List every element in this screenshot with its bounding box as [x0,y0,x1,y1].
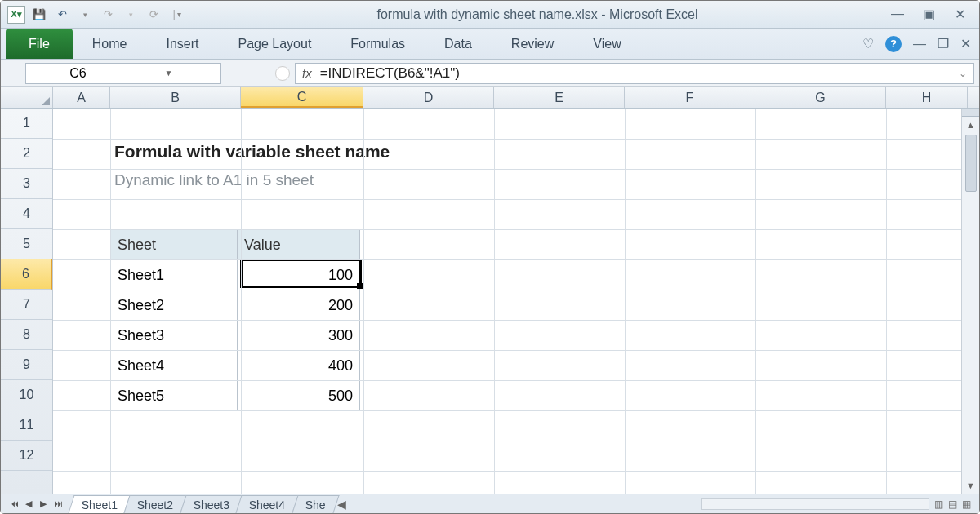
name-box-value: C6 [33,66,123,81]
fx-icon[interactable]: fx [302,66,312,80]
table-header-sheet[interactable]: Sheet [111,230,238,260]
row-header-11[interactable]: 11 [1,410,52,441]
row-header-5[interactable]: 5 [1,229,52,259]
sheet-nav-prev-icon[interactable]: ◀ [22,498,35,509]
sheet-tab-bar: ⏮ ◀ ▶ ⏭ Sheet1Sheet2Sheet3Sheet4She ◀ ▥ … [1,494,979,513]
help-icon[interactable]: ? [885,36,902,52]
cell-value[interactable]: 100 [238,260,360,290]
row-header-12[interactable]: 12 [1,441,52,471]
undo-dropdown-icon[interactable]: ▾ [76,6,94,24]
horizontal-scrollbar[interactable] [701,498,929,510]
scroll-up-icon[interactable]: ▲ [966,117,975,133]
cell-value[interactable]: 400 [238,351,360,381]
sheet-title: Formula with variable sheet name [114,142,390,162]
worksheet-grid: ABCDEFGH 123456789101112 Formula with va… [1,87,979,494]
row-header-8[interactable]: 8 [1,320,52,350]
column-header-A[interactable]: A [53,87,110,108]
column-header-F[interactable]: F [625,87,755,108]
formula-input-area[interactable]: fx =INDIRECT(B6&"!A1") ⌄ [295,63,974,84]
row-header-6[interactable]: 6 [1,259,52,290]
redo-icon[interactable]: ↷ [99,6,117,24]
save-icon[interactable]: 💾 [30,6,48,24]
tab-view[interactable]: View [573,29,640,59]
expand-formula-bar-icon[interactable]: ⌄ [959,68,967,79]
tab-home[interactable]: Home [73,29,147,59]
column-header-D[interactable]: D [363,87,494,108]
sheet-tab-sheet1[interactable]: Sheet1 [68,495,131,513]
sheet-tab-she[interactable]: She [292,495,339,513]
column-header-H[interactable]: H [886,87,968,108]
title-bar: X▾ 💾 ↶ ▾ ↷ ▾ ⟳ │▾ formula with dynamic s… [1,1,979,29]
repeat-icon[interactable]: ⟳ [145,6,163,24]
sheet-nav-first-icon[interactable]: ⏮ [7,498,20,509]
cancel-formula-icon[interactable] [275,66,290,81]
table-row[interactable]: Sheet2200 [111,290,360,321]
sheet-tabs-scroll-icon[interactable]: ◀ [337,498,346,511]
column-header-C[interactable]: C [241,87,363,108]
sheet-nav-next-icon[interactable]: ▶ [37,498,50,509]
cell-sheet[interactable]: Sheet3 [111,321,238,351]
row-header-10[interactable]: 10 [1,380,52,410]
tab-insert[interactable]: Insert [146,29,218,59]
sheet-tab-sheet2[interactable]: Sheet2 [124,495,188,513]
formula-bar: C6 ▼ fx =INDIRECT(B6&"!A1") ⌄ [1,60,979,87]
name-box[interactable]: C6 ▼ [25,63,221,84]
cell-value[interactable]: 500 [238,381,360,411]
file-tab[interactable]: File [6,29,73,59]
redo-dropdown-icon[interactable]: ▾ [122,6,140,24]
sheet-nav: ⏮ ◀ ▶ ⏭ [7,498,65,509]
cells-area[interactable]: Formula with variable sheet name Dynamic… [53,109,979,494]
workbook-minimize-icon[interactable]: ― [913,37,926,51]
sheet-subtitle: Dynamic link to A1 in 5 sheet [114,171,314,189]
page-break-view-icon[interactable]: ▦ [962,498,971,510]
page-layout-view-icon[interactable]: ▤ [948,498,957,510]
scroll-down-icon[interactable]: ▼ [966,477,975,494]
ribbon-tabs: File Home Insert Page Layout Formulas Da… [1,29,979,60]
row-header-9[interactable]: 9 [1,350,52,380]
normal-view-icon[interactable]: ▥ [934,498,943,510]
minimize-icon[interactable]: ― [889,7,906,22]
row-header-3[interactable]: 3 [1,169,52,199]
workbook-close-icon[interactable]: ✕ [960,36,971,51]
row-header-1[interactable]: 1 [1,109,52,139]
column-headers: ABCDEFGH [1,87,979,109]
table-header-value[interactable]: Value [238,230,360,260]
table-row[interactable]: Sheet4400 [111,351,360,381]
cell-sheet[interactable]: Sheet1 [111,260,238,290]
formula-text[interactable]: =INDIRECT(B6&"!A1") [320,65,951,82]
cell-sheet[interactable]: Sheet2 [111,290,238,321]
scroll-thumb[interactable] [965,135,977,192]
qat-customize-icon[interactable]: │▾ [167,6,185,24]
ribbon-minimize-icon[interactable]: ♡ [862,36,874,51]
table-row[interactable]: Sheet5500 [111,381,360,411]
sheet-tab-sheet3[interactable]: Sheet3 [180,495,243,513]
split-handle-icon[interactable] [962,109,979,117]
excel-logo-icon[interactable]: X▾ [7,6,25,24]
sheet-nav-last-icon[interactable]: ⏭ [51,498,65,509]
name-box-dropdown-icon[interactable]: ▼ [123,69,214,78]
maximize-icon[interactable]: ▣ [920,7,937,22]
cell-value[interactable]: 300 [238,321,360,351]
column-header-B[interactable]: B [110,87,241,108]
tab-review[interactable]: Review [492,29,573,59]
row-header-2[interactable]: 2 [1,139,52,169]
tab-formulas[interactable]: Formulas [331,29,425,59]
vertical-scrollbar[interactable]: ▲ ▼ [961,109,979,494]
column-header-E[interactable]: E [494,87,625,108]
undo-icon[interactable]: ↶ [53,6,71,24]
table-row[interactable]: Sheet3300 [111,321,360,351]
tab-page-layout[interactable]: Page Layout [218,29,331,59]
tab-data[interactable]: Data [425,29,492,59]
cell-sheet[interactable]: Sheet4 [111,351,238,381]
row-header-7[interactable]: 7 [1,290,52,320]
cell-value[interactable]: 200 [238,290,360,321]
table-row[interactable]: Sheet1100 [111,260,360,290]
select-all-corner[interactable] [1,87,53,108]
cell-sheet[interactable]: Sheet5 [111,381,238,411]
workbook-restore-icon[interactable]: ❐ [938,36,949,51]
close-icon[interactable]: ✕ [951,7,968,22]
column-header-G[interactable]: G [755,87,886,108]
window-title: formula with dynamic sheet name.xlsx - M… [185,7,889,22]
row-header-4[interactable]: 4 [1,199,52,229]
sheet-tab-sheet4[interactable]: Sheet4 [236,495,300,513]
